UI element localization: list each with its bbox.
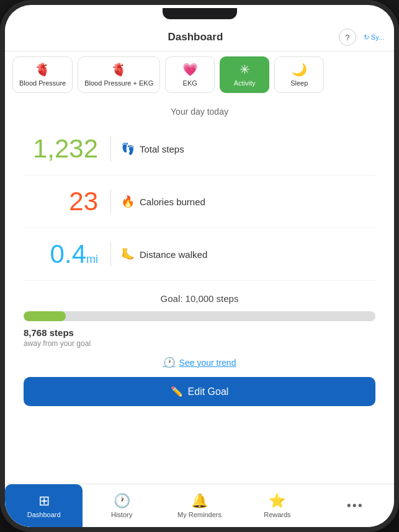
tab-sleep[interactable]: 🌙 Sleep	[274, 56, 324, 93]
header-icons: ? ↻ Sy...	[339, 29, 384, 46]
more-icon: •••	[347, 499, 364, 513]
device-frame: Dashboard ? ↻ Sy... 🫀 Blood Pressure 🫀 B…	[0, 0, 399, 532]
page-title: Dashboard	[52, 31, 339, 43]
distance-icon: 🦶	[121, 247, 135, 261]
distance-info: 🦶 Distance walked	[121, 247, 207, 261]
steps-row: 1,232 👣 Total steps	[24, 123, 375, 175]
steps-info: 👣 Total steps	[121, 142, 184, 156]
day-label: Your day today	[17, 98, 382, 123]
nav-dashboard[interactable]: ⊞ Dashboard	[5, 484, 83, 527]
dashboard-nav-label: Dashboard	[27, 511, 61, 518]
sync-icon: ↻	[364, 33, 369, 42]
divider	[110, 136, 111, 161]
tab-blood-pressure-ekg-label: Blood Pressure + EKG	[84, 79, 153, 87]
tab-activity-label: Activity	[234, 79, 256, 87]
distance-row: 0.4mi 🦶 Distance walked	[24, 228, 375, 281]
trend-label: See your trend	[179, 358, 236, 368]
app-content: Dashboard ? ↻ Sy... 🫀 Blood Pressure 🫀 B…	[5, 22, 394, 527]
tab-sleep-label: Sleep	[290, 79, 308, 87]
distance-label: Distance walked	[140, 249, 207, 260]
activity-icon: ✳	[240, 62, 250, 77]
see-trend-link[interactable]: 🕐 See your trend	[24, 357, 375, 368]
edit-icon: ✏️	[171, 386, 183, 397]
progress-track	[24, 311, 375, 321]
distance-value: 0.4mi	[24, 239, 110, 269]
history-nav-label: History	[111, 511, 132, 518]
ekg-icon: 💗	[182, 62, 198, 77]
sleep-icon: 🌙	[292, 62, 307, 77]
divider2	[110, 189, 111, 214]
main-content: Your day today 1,232 👣 Total steps 23	[5, 98, 394, 484]
stats-container: 1,232 👣 Total steps 23 🔥 Calories burned	[24, 123, 375, 281]
nav-more[interactable]: •••	[316, 484, 394, 527]
sync-button[interactable]: ↻ Sy...	[364, 33, 384, 42]
calories-info: 🔥 Calories burned	[121, 195, 205, 208]
tab-bar: 🫀 Blood Pressure 🫀 Blood Pressure + EKG …	[5, 51, 394, 98]
reminders-nav-label: My Reminders	[177, 511, 222, 518]
goal-title: Goal: 10,000 steps	[24, 293, 375, 304]
trend-clock-icon: 🕐	[163, 357, 176, 368]
nav-history[interactable]: 🕐 History	[83, 484, 160, 527]
tab-ekg[interactable]: 💗 EKG	[165, 56, 215, 93]
steps-value: 1,232	[24, 134, 110, 164]
edit-goal-button[interactable]: ✏️ Edit Goal	[24, 377, 375, 406]
nav-rewards[interactable]: ⭐ Rewards	[238, 484, 316, 527]
status-bar	[5, 5, 394, 22]
bottom-nav: ⊞ Dashboard 🕐 History 🔔 My Reminders ⭐ R…	[5, 484, 394, 527]
tab-blood-pressure-ekg[interactable]: 🫀 Blood Pressure + EKG	[78, 56, 160, 93]
goal-section: Goal: 10,000 steps 8,768 steps away from…	[24, 293, 375, 406]
header: Dashboard ? ↻ Sy...	[5, 22, 394, 51]
steps-icon: 👣	[121, 142, 135, 156]
divider3	[110, 242, 111, 267]
sync-label: Sy...	[371, 33, 384, 41]
calories-row: 23 🔥 Calories burned	[24, 175, 375, 228]
tab-blood-pressure[interactable]: 🫀 Blood Pressure	[12, 56, 73, 93]
calories-icon: 🔥	[121, 195, 135, 208]
calories-value: 23	[24, 187, 110, 216]
rewards-nav-label: Rewards	[264, 511, 290, 518]
dashboard-icon: ⊞	[38, 493, 50, 509]
edit-goal-label: Edit Goal	[188, 386, 229, 397]
rewards-icon: ⭐	[269, 493, 285, 509]
calories-label: Calories burned	[140, 197, 205, 207]
progress-fill	[24, 311, 66, 321]
tab-activity[interactable]: ✳ Activity	[220, 56, 269, 93]
nav-reminders[interactable]: 🔔 My Reminders	[161, 484, 238, 527]
blood-pressure-ekg-icon: 🫀	[111, 62, 127, 77]
history-icon: 🕐	[114, 493, 130, 509]
notch	[163, 8, 237, 19]
away-label: away from your goal	[24, 339, 375, 348]
tab-blood-pressure-label: Blood Pressure	[19, 79, 66, 87]
steps-away: 8,768 steps	[24, 327, 375, 338]
tab-ekg-label: EKG	[183, 79, 197, 87]
reminders-icon: 🔔	[191, 493, 208, 509]
steps-label: Total steps	[140, 144, 184, 154]
blood-pressure-icon: 🫀	[35, 62, 50, 77]
help-button[interactable]: ?	[339, 29, 356, 46]
